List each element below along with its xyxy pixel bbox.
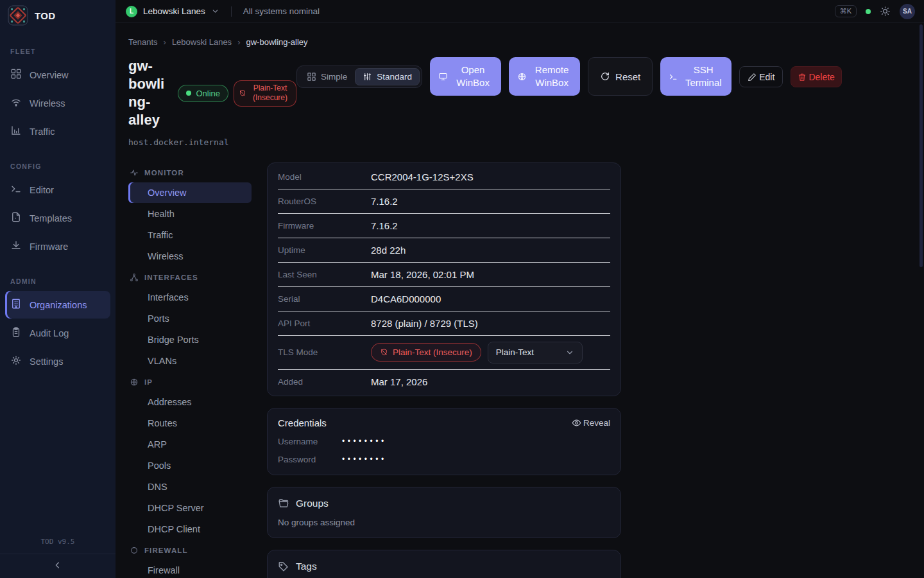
detail-value: Mar 18, 2026, 02:01 PM [371,269,474,280]
reveal-button[interactable]: Reveal [572,418,610,428]
detail-label: Last Seen [278,270,371,279]
grid-icon [10,68,22,82]
tls-mode-select[interactable]: Plain-Text [488,342,583,363]
nav-section-config: CONFIG [5,146,110,175]
credential-row-username: Username •••••••• [278,437,610,446]
sidebar-collapse-button[interactable] [0,554,116,578]
grid-icon [307,72,316,82]
sidebar-item-label: Organizations [30,300,87,310]
mode-standard-button[interactable]: Standard [355,68,420,85]
topbar: L Lebowski Lanes All systems nominal ⌘K … [116,0,924,23]
bar-chart-icon [10,125,22,138]
subnav-item-dns[interactable]: DNS [128,477,252,497]
subnav-item-dhcp-server[interactable]: DHCP Server [128,498,252,518]
network-icon [130,273,139,282]
system-status-text: All systems nominal [243,6,320,16]
body-columns: MONITOR Overview Health Traffic Wireless… [128,162,911,578]
breadcrumb-tenant[interactable]: Lebowski Lanes [172,37,232,47]
download-icon [10,240,22,253]
detail-row-added: Added Mar 17, 2026 [278,369,610,394]
subnav-item-health[interactable]: Health [128,204,252,224]
reveal-label: Reveal [583,418,610,428]
mode-simple-button[interactable]: Simple [299,68,355,85]
subnav-item-overview[interactable]: Overview [128,182,252,203]
health-dot-icon [866,9,871,14]
credential-masked-value: •••••••• [342,455,387,464]
breadcrumb-separator: › [164,37,166,47]
subnav-item-addresses[interactable]: Addresses [128,392,252,412]
tenant-switcher[interactable]: L Lebowski Lanes [126,6,219,17]
subnav-item-routes[interactable]: Routes [128,413,252,434]
tls-mode-select-value: Plain-Text [496,347,534,357]
detail-label: TLS Mode [278,347,371,357]
sidebar-item-templates[interactable]: Templates [5,204,110,232]
monitor-icon [438,72,448,82]
credential-label: Username [278,437,342,446]
detail-label: Serial [278,294,371,304]
subnav-item-firewall[interactable]: Firewall [128,560,252,578]
globe-icon [130,378,139,387]
ssh-terminal-label: SSH Terminal [683,64,723,90]
detail-value: 7.16.2 [371,220,398,231]
breadcrumb-separator: › [237,37,240,47]
sidebar-item-firmware[interactable]: Firmware [5,232,110,260]
subnav-item-vlans[interactable]: VLANs [128,351,252,371]
detail-label: Added [278,377,371,387]
detail-row-last-seen: Last Seen Mar 18, 2026, 02:01 PM [278,262,610,286]
scrollbar[interactable] [920,24,923,267]
user-avatar[interactable]: SA [900,4,915,19]
activity-icon [130,168,139,177]
tls-mode-badge: Plain-Text (Insecure) [371,343,481,362]
app-name: TOD [35,10,56,21]
reset-label: Reset [615,71,640,82]
device-title-row: gw-bowling-alley Online Plain-Text (Inse… [128,57,296,130]
tags-card: Tags No tags assigned [267,550,621,578]
sidebar-item-editor[interactable]: Editor [5,176,110,204]
sun-icon [880,6,891,17]
command-palette-shortcut[interactable]: ⌘K [835,5,857,17]
sidebar-item-overview[interactable]: Overview [5,61,110,89]
sidebar-item-settings[interactable]: Settings [5,347,110,375]
sidebar-item-wireless[interactable]: Wireless [5,89,110,117]
topbar-right: ⌘K SA [835,4,915,19]
subnav-section-firewall: FIREWALL [128,540,252,559]
device-details-card: Model CCR2004-1G-12S+2XS RouterOS 7.16.2… [267,162,621,396]
detail-label: Firmware [278,221,371,231]
page-content: Tenants › Lebowski Lanes › gw-bowling-al… [116,23,924,578]
sidebar-item-traffic[interactable]: Traffic [5,118,110,145]
reset-button[interactable]: Reset [588,57,653,96]
subnav-item-interfaces[interactable]: Interfaces [128,287,252,308]
subnav-item-bridge-ports[interactable]: Bridge Ports [128,329,252,350]
detail-label: Model [278,172,371,182]
edit-button[interactable]: Edit [739,66,783,87]
detail-label: API Port [278,319,371,328]
sidebar-item-organizations[interactable]: Organizations [5,291,110,319]
device-host: host.docker.internal [128,137,296,147]
delete-button[interactable]: Delete [791,66,841,87]
trash-icon [798,73,807,82]
subnav-item-ports[interactable]: Ports [128,308,252,329]
sidebar-item-label: Overview [30,70,68,80]
chevron-down-icon [211,7,219,15]
groups-empty-text: No groups assigned [278,518,610,527]
breadcrumb-tenants[interactable]: Tenants [128,37,158,47]
terminal-icon [10,183,22,197]
remote-winbox-button[interactable]: Remote WinBox [509,57,580,96]
view-mode-toggle: Simple Standard [296,66,422,88]
ssh-terminal-button[interactable]: SSH Terminal [660,57,732,96]
chevron-down-icon [565,348,574,357]
theme-toggle-button[interactable] [880,6,891,17]
sidebar-item-label: Editor [30,185,54,195]
sidebar-item-audit-log[interactable]: Audit Log [5,319,110,347]
detail-row-api-port: API Port 8728 (plain) / 8729 (TLS) [278,311,610,335]
tags-header: Tags [278,561,610,572]
subnav-item-pools[interactable]: Pools [128,455,252,476]
detail-row-firmware: Firmware 7.16.2 [278,213,610,238]
subnav-item-dhcp-client[interactable]: DHCP Client [128,519,252,539]
subnav-item-arp[interactable]: ARP [128,434,252,455]
shield-off-icon [239,89,246,97]
subnav-item-wireless[interactable]: Wireless [128,246,252,267]
open-winbox-button[interactable]: Open WinBox [430,57,501,96]
subnav-item-traffic[interactable]: Traffic [128,225,252,245]
subnav-section-label: INTERFACES [144,274,198,281]
